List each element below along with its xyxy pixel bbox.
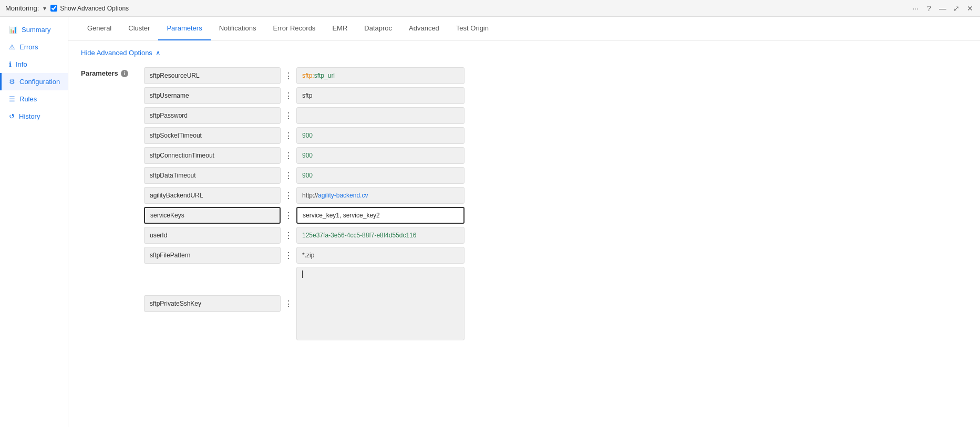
param-menu-dots[interactable]: ⋮ — [281, 87, 296, 104]
sidebar-label-history: History — [19, 112, 40, 120]
param-value-field[interactable]: 900 — [296, 167, 465, 184]
tab-parameters[interactable]: Parameters — [158, 17, 210, 40]
params-info-icon[interactable]: i — [121, 70, 128, 77]
param-key-field[interactable]: sftpSocketTimeout — [144, 127, 281, 144]
param-key-field[interactable]: sftpUsername — [144, 87, 281, 104]
param-key-field[interactable]: userId — [144, 227, 281, 244]
info-icon: ℹ — [9, 60, 12, 68]
param-menu-dots[interactable]: ⋮ — [281, 247, 296, 264]
param-row: sftpUsername⋮sftp — [144, 87, 967, 104]
top-bar-controls: ··· ? — ⤢ ✕ — [911, 4, 975, 13]
tab-notifications[interactable]: Notifications — [211, 17, 265, 40]
app-body: 📊 Summary ⚠ Errors ℹ Info ⚙ Configuratio… — [0, 17, 980, 427]
param-row: sftpPassword⋮ — [144, 107, 967, 124]
sidebar-item-summary[interactable]: 📊 Summary — [0, 21, 68, 38]
parameters-content: Hide Advanced Options ∧ Parameters i sft… — [68, 40, 980, 427]
sidebar-label-errors: Errors — [19, 43, 38, 51]
sidebar-item-history[interactable]: ↺ History — [0, 108, 68, 125]
param-value-field[interactable]: 900 — [296, 127, 465, 144]
sidebar-label-configuration: Configuration — [19, 78, 60, 86]
param-value-field[interactable]: *.zip — [296, 247, 465, 264]
param-value-field[interactable] — [296, 107, 465, 124]
tab-error-records[interactable]: Error Records — [264, 17, 324, 40]
param-value-field[interactable]: http://agility-backend.cv — [296, 187, 465, 204]
param-key-field[interactable]: sftpPrivateSshKey — [144, 295, 281, 312]
top-bar-left: Monitoring: ▾ Show Advanced Options — [5, 4, 129, 12]
param-row: sftpResourceURL⋮sftp:sftp_url — [144, 67, 967, 84]
tab-cluster[interactable]: Cluster — [120, 17, 158, 40]
monitoring-dropdown[interactable]: ▾ — [43, 5, 46, 12]
sidebar-item-rules[interactable]: ☰ Rules — [0, 90, 68, 108]
param-menu-dots[interactable]: ⋮ — [281, 147, 296, 164]
tab-dataproc[interactable]: Dataproc — [356, 17, 400, 40]
param-value-field[interactable]: sftp:sftp_url — [296, 67, 465, 84]
param-key-field[interactable]: sftpResourceURL — [144, 67, 281, 84]
params-rows: sftpResourceURL⋮sftp:sftp_urlsftpUsernam… — [144, 67, 967, 340]
param-menu-dots[interactable]: ⋮ — [281, 67, 296, 84]
app-title: Monitoring: — [5, 4, 39, 12]
help-icon[interactable]: ? — [924, 4, 934, 13]
minimize-icon[interactable]: — — [938, 4, 947, 13]
param-value-field[interactable]: service_key1, service_key2 — [296, 207, 465, 224]
param-value-field[interactable]: sftp — [296, 87, 465, 104]
param-row: sftpDataTimeout⋮900 — [144, 167, 967, 184]
param-row: userId⋮125e37fa-3e56-4cc5-88f7-e8f4d55dc… — [144, 227, 967, 244]
param-menu-dots[interactable]: ⋮ — [281, 227, 296, 244]
more-icon[interactable]: ··· — [911, 4, 920, 13]
param-key-field[interactable]: sftpFilePattern — [144, 247, 281, 264]
param-row: sftpSocketTimeout⋮900 — [144, 127, 967, 144]
param-menu-dots[interactable]: ⋮ — [281, 267, 296, 340]
chevron-up-icon: ∧ — [156, 49, 161, 57]
param-row: agilityBackendURL⋮http://agility-backend… — [144, 187, 967, 204]
param-value-field[interactable]: 125e37fa-3e56-4cc5-88f7-e8f4d55dc116 — [296, 227, 465, 244]
param-value-field[interactable] — [296, 267, 465, 340]
param-row: sftpPrivateSshKey⋮ — [144, 267, 967, 340]
param-menu-dots[interactable]: ⋮ — [281, 107, 296, 124]
param-row: sftpConnectionTimeout⋮900 — [144, 147, 967, 164]
rules-icon: ☰ — [9, 95, 15, 103]
sidebar-label-info: Info — [16, 60, 27, 68]
tab-advanced[interactable]: Advanced — [400, 17, 448, 40]
param-value-field[interactable]: 900 — [296, 147, 465, 164]
history-icon: ↺ — [9, 112, 15, 120]
sidebar-item-configuration[interactable]: ⚙ Configuration — [0, 73, 68, 90]
sidebar-label-rules: Rules — [19, 95, 37, 103]
tab-general[interactable]: General — [79, 17, 120, 40]
params-section-label: Parameters i — [81, 67, 144, 77]
sidebar-label-summary: Summary — [22, 26, 51, 34]
param-row: serviceKeys⋮service_key1, service_key2 — [144, 207, 967, 224]
tab-test-origin[interactable]: Test Origin — [448, 17, 497, 40]
param-key-field[interactable]: sftpConnectionTimeout — [144, 147, 281, 164]
show-advanced-checkbox[interactable]: Show Advanced Options — [50, 5, 129, 12]
gear-icon: ⚙ — [9, 78, 15, 86]
param-menu-dots[interactable]: ⋮ — [281, 187, 296, 204]
warning-icon: ⚠ — [9, 43, 15, 51]
param-row: sftpFilePattern⋮*.zip — [144, 247, 967, 264]
param-key-field[interactable]: sftpDataTimeout — [144, 167, 281, 184]
param-key-field[interactable]: agilityBackendURL — [144, 187, 281, 204]
main-content: General Cluster Parameters Notifications… — [68, 17, 980, 427]
sidebar: 📊 Summary ⚠ Errors ℹ Info ⚙ Configuratio… — [0, 17, 68, 427]
hide-advanced-toggle[interactable]: Hide Advanced Options ∧ — [81, 49, 967, 57]
bar-chart-icon: 📊 — [9, 26, 17, 34]
hide-advanced-label: Hide Advanced Options — [81, 49, 152, 57]
sidebar-item-info[interactable]: ℹ Info — [0, 56, 68, 73]
top-bar: Monitoring: ▾ Show Advanced Options ··· … — [0, 0, 980, 17]
sidebar-item-errors[interactable]: ⚠ Errors — [0, 38, 68, 56]
parameters-section: Parameters i sftpResourceURL⋮sftp:sftp_u… — [81, 67, 967, 340]
maximize-icon[interactable]: ⤢ — [952, 4, 961, 13]
param-menu-dots[interactable]: ⋮ — [281, 127, 296, 144]
param-key-field[interactable]: sftpPassword — [144, 107, 281, 124]
tab-emr[interactable]: EMR — [324, 17, 356, 40]
close-icon[interactable]: ✕ — [965, 4, 975, 13]
tab-bar: General Cluster Parameters Notifications… — [68, 17, 980, 40]
param-key-field[interactable]: serviceKeys — [144, 207, 281, 224]
param-menu-dots[interactable]: ⋮ — [281, 167, 296, 184]
param-menu-dots[interactable]: ⋮ — [281, 207, 296, 224]
